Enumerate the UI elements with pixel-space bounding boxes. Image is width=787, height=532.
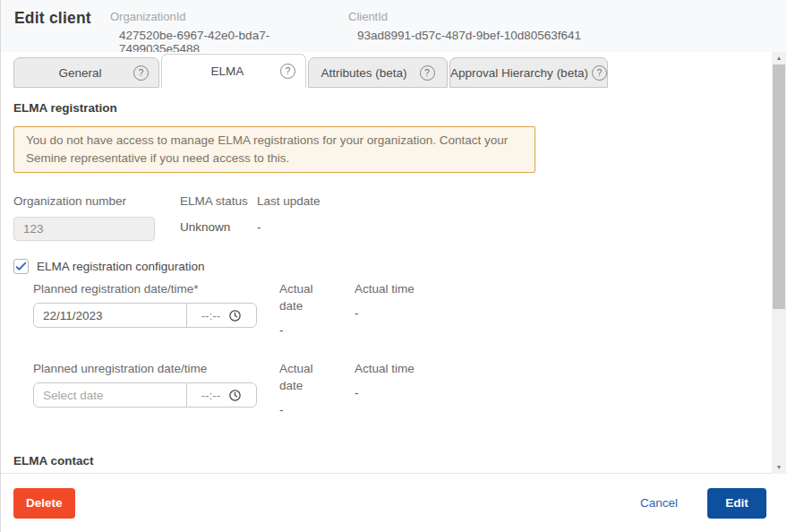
- tab-approval-hierarchy-beta[interactable]: Approval Hierarchy (beta) ?: [449, 57, 608, 88]
- planned-unregistration-date-input[interactable]: [34, 383, 186, 407]
- client-id-label: ClientId: [348, 10, 581, 23]
- planned-registration-field: Planned registration date/time* --:--: [33, 280, 257, 337]
- elma-status-value: Unknown: [180, 220, 257, 234]
- scrollbar-thumb[interactable]: [773, 64, 785, 309]
- tab-panel-elma: ELMA registration You do not have access…: [1, 88, 772, 473]
- planned-unregistration-group: Planned unregistration date/time --:-- A…: [33, 360, 759, 416]
- elma-config-section: Planned registration date/time* --:-- Ac…: [33, 280, 759, 416]
- checkmark-icon: [15, 261, 27, 272]
- tab-general[interactable]: General ?: [13, 57, 159, 88]
- actual-date-column: Actual date -: [279, 360, 332, 416]
- delete-button[interactable]: Delete: [13, 488, 75, 519]
- elma-status-column: ELMA status Unknown: [180, 193, 257, 241]
- tab-attributes-beta[interactable]: Attributes (beta) ?: [308, 57, 448, 88]
- help-icon[interactable]: ?: [133, 65, 149, 81]
- time-placeholder: --:--: [201, 389, 221, 402]
- actual-time-column: Actual time -: [355, 360, 415, 416]
- access-warning-banner: You do not have access to manage ELMA re…: [13, 126, 535, 173]
- planned-registration-date-input[interactable]: [34, 304, 186, 327]
- tab-elma-label: ELMA: [211, 64, 257, 78]
- last-update-value: -: [257, 220, 321, 234]
- actual-time-value: -: [355, 306, 415, 320]
- organization-number-label: Organization number: [13, 193, 180, 210]
- planned-unregistration-field: Planned unregistration date/time --:--: [33, 360, 257, 416]
- elma-config-checkbox[interactable]: [13, 259, 29, 274]
- actual-date-column: Actual date -: [279, 280, 332, 337]
- elma-contact-heading: ELMA contact: [13, 452, 759, 469]
- clock-icon[interactable]: [228, 309, 242, 322]
- help-icon[interactable]: ?: [420, 65, 435, 81]
- clock-icon[interactable]: [228, 389, 242, 402]
- elma-config-checkbox-row: ELMA registration configuration: [13, 259, 759, 274]
- tab-attributes-label: Attributes (beta): [321, 66, 419, 80]
- elma-registration-heading: ELMA registration: [13, 99, 759, 116]
- organization-number-row: Organization number ELMA status Unknown …: [13, 193, 759, 241]
- actual-time-value: -: [355, 386, 415, 399]
- planned-registration-datetime-control: --:--: [33, 303, 257, 328]
- dialog-footer: Delete Cancel Edit: [1, 473, 787, 532]
- client-id-value: 93ad8991-d57c-487d-9bef-10d80563f641: [348, 29, 581, 42]
- edit-client-dialog: Edit client OrganizationId 427520be-6967…: [0, 0, 787, 532]
- actual-time-label: Actual time: [355, 360, 415, 377]
- help-icon[interactable]: ?: [592, 65, 607, 81]
- planned-unregistration-time-input[interactable]: --:--: [186, 383, 256, 407]
- dialog-header: Edit client OrganizationId 427520be-6967…: [1, 0, 787, 52]
- tab-elma[interactable]: ELMA ?: [161, 54, 306, 88]
- actual-time-label: Actual time: [355, 280, 415, 297]
- actual-date-value: -: [279, 403, 332, 416]
- scrollbar-down-arrow-icon[interactable]: ▼: [772, 461, 786, 474]
- tab-approval-label: Approval Hierarchy (beta): [450, 66, 592, 80]
- cancel-button[interactable]: Cancel: [640, 496, 678, 510]
- organization-id-label: OrganizationId: [110, 10, 348, 23]
- tab-general-label: General: [58, 66, 114, 80]
- organization-id-field: OrganizationId 427520be-6967-42e0-bda7-7…: [110, 9, 348, 56]
- organization-number-column: Organization number: [13, 193, 180, 241]
- planned-registration-time-input[interactable]: --:--: [186, 304, 256, 327]
- edit-button[interactable]: Edit: [707, 488, 766, 519]
- planned-unregistration-datetime-control: --:--: [33, 382, 257, 408]
- elma-status-label: ELMA status: [180, 193, 257, 210]
- last-update-label: Last update: [257, 193, 321, 210]
- last-update-column: Last update -: [257, 193, 321, 241]
- tab-bar: General ? ELMA ? Attributes (beta) ? App…: [1, 52, 772, 88]
- actual-date-label: Actual date: [279, 360, 332, 394]
- client-id-field: ClientId 93ad8991-d57c-487d-9bef-10d8056…: [348, 9, 581, 42]
- access-warning-text: You do not have access to manage ELMA re…: [26, 133, 508, 165]
- page-title: Edit client: [14, 9, 110, 28]
- planned-unregistration-label: Planned unregistration date/time: [33, 360, 257, 377]
- time-placeholder: --:--: [201, 309, 221, 322]
- actual-time-column: Actual time -: [355, 280, 415, 337]
- organization-number-input: [13, 217, 155, 241]
- scrollbar-up-arrow-icon[interactable]: ▲: [772, 52, 786, 64]
- actual-date-value: -: [279, 323, 332, 337]
- help-icon[interactable]: ?: [280, 64, 295, 79]
- elma-config-checkbox-label: ELMA registration configuration: [37, 260, 205, 273]
- planned-registration-label: Planned registration date/time*: [33, 280, 257, 297]
- actual-date-label: Actual date: [279, 280, 332, 314]
- vertical-scrollbar[interactable]: ▲ ▼: [772, 52, 786, 474]
- planned-registration-group: Planned registration date/time* --:-- Ac…: [33, 280, 759, 337]
